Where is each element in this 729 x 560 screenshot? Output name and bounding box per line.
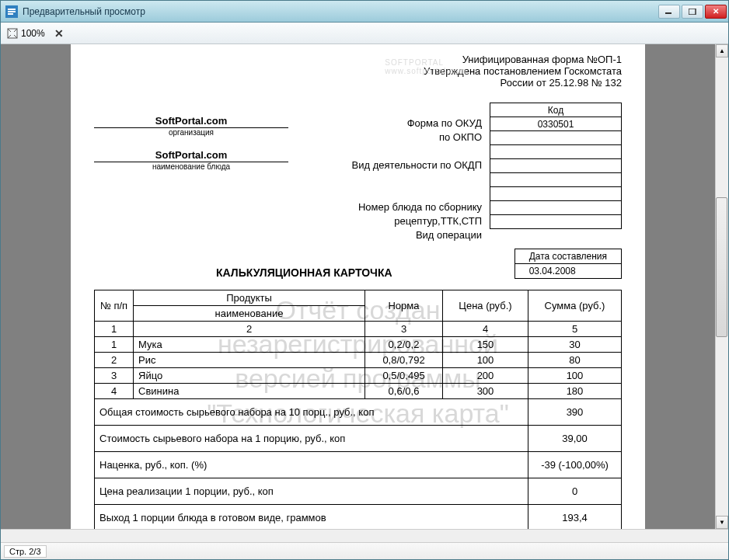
org-sub: организация [94,128,288,137]
toolbar-close-button[interactable]: ✕ [54,27,64,40]
code-table: Код 0330501 [490,103,622,229]
svg-rect-2 [689,9,696,15]
table-row: 3Яйцо0,5/0,495200100 [95,368,622,384]
code-labels: Форма по ОКУД по ОКПО Вид деятельности п… [288,103,490,242]
page-indicator: Стр. 2/3 [4,545,47,558]
close-button[interactable]: ✕ [705,5,727,19]
org-name: SoftPortal.com [94,115,288,128]
titlebar[interactable]: Предварительный просмотр ✕ [1,1,728,23]
page: Отчёт создан незарегистрированной версие… [71,44,645,529]
window-title: Предварительный просмотр [23,6,658,17]
table-row: 2Рис0,8/0,79210080 [95,353,622,368]
date-table: Дата составления 03.04.2008 [514,249,622,279]
zoom-value: 100% [21,28,45,39]
table-row: 1Мука0,2/0,215030 [95,337,622,353]
form-header: Унифицированная форма №ОП-1 Утверждена п… [94,54,622,89]
dish-name: SoftPortal.com [94,149,288,162]
scroll-thumb[interactable] [716,197,727,337]
maximize-button[interactable] [682,5,703,19]
minimize-button[interactable] [658,5,680,19]
preview-window: Предварительный просмотр ✕ 100% ✕ Отчёт … [0,0,729,560]
workspace: Отчёт создан незарегистрированной версие… [1,44,728,529]
badge: SOFTPORTALwww.softportal.com [385,58,466,75]
main-table: № п/п Продукты Норма Цена (руб.) Сумма (… [94,290,622,529]
doc-title: КАЛЬКУЛЯЦИОННАЯ КАРТОЧКА [94,266,514,279]
fit-icon [7,28,18,39]
gutter-left [1,44,71,529]
zoom-tool[interactable]: 100% [7,28,45,39]
toolbar: 100% ✕ [1,23,728,44]
svg-rect-1 [665,12,671,14]
scroll-up-button[interactable]: ▲ [716,44,728,57]
statusbar: Стр. 2/3 [1,542,728,559]
scroll-down-button[interactable]: ▼ [716,516,728,529]
gutter-right [645,44,715,529]
dish-sub: наименование блюда [94,162,288,171]
scroll-track[interactable] [716,57,728,516]
vertical-scrollbar[interactable]: ▲ ▼ [715,44,728,529]
horizontal-scrollbar[interactable] [1,529,728,542]
table-row: 4Свинина0,6/0,6300180 [95,384,622,399]
app-icon [5,5,18,18]
